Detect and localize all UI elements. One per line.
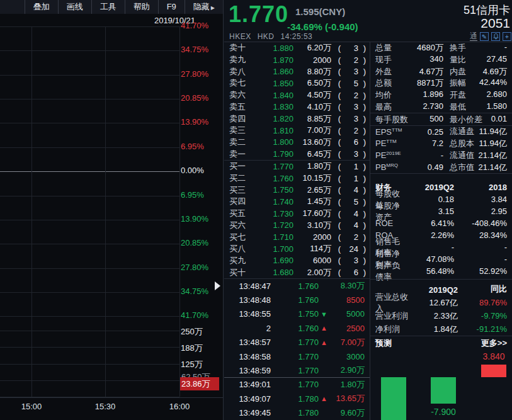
level-price[interactable]: 1.720 xyxy=(256,220,293,230)
percent-axis-label: 27.80% xyxy=(181,263,208,272)
paren-close: ) xyxy=(358,102,366,111)
finance-value-2018: -408.46% xyxy=(454,219,507,228)
toolbar-item-3[interactable]: 工具 xyxy=(91,0,125,14)
finance-col1: 2019Q2 xyxy=(407,183,454,192)
ask-row[interactable]: 卖十1.8806.20万(3) xyxy=(224,42,370,54)
stat-value: 42.44% xyxy=(466,77,507,89)
toolbar-item-2[interactable]: 画线 xyxy=(58,0,91,14)
intraday-chart-pane: 叠加画线工具帮助F9隐藏▶ 2019/10/21 41.70%34.75%27.… xyxy=(0,0,224,420)
stat-cell: 内盘4.69万 xyxy=(443,66,507,77)
level-price[interactable]: 1.860 xyxy=(256,67,293,76)
bid-row[interactable]: 买八1.700114万(24) xyxy=(224,243,370,255)
add-to-watchlist-icon[interactable]: + xyxy=(503,32,511,41)
level-price[interactable]: 1.820 xyxy=(256,114,293,123)
level-label: 买三 xyxy=(229,184,256,196)
quarter-value: 2.33亿 xyxy=(409,310,458,322)
paren-open: ( xyxy=(333,162,341,171)
level-order-count: 6 xyxy=(341,137,358,147)
level-price[interactable]: 1.730 xyxy=(256,209,293,219)
level-volume: 2000 xyxy=(293,55,331,65)
forecast-more-link[interactable]: 更多>> xyxy=(481,338,507,349)
level-price[interactable]: 1.810 xyxy=(256,126,293,135)
paren-open: ( xyxy=(333,209,341,219)
level-price[interactable]: 1.840 xyxy=(256,91,293,100)
percent-axis-label: 20.85% xyxy=(181,238,208,247)
bid-row[interactable]: 买五1.73017.60万(4) xyxy=(224,208,370,220)
paren-close: ) xyxy=(358,256,366,265)
toolbar-item-4[interactable]: 帮助 xyxy=(125,0,158,14)
level-volume: 7.00万 xyxy=(293,125,331,136)
ask-levels-list[interactable]: 卖十1.8806.20万(3)卖九1.8702000(2)卖八1.8608.80… xyxy=(224,42,370,160)
level-price[interactable]: 1.740 xyxy=(256,197,293,207)
bid-row[interactable]: 买二1.76010.15万(1) xyxy=(224,173,370,184)
level-price[interactable]: 1.800 xyxy=(256,137,293,147)
paren-open: ( xyxy=(333,126,341,135)
paren-open: ( xyxy=(333,102,341,111)
ask-row[interactable]: 卖五1.8304.10万(3) xyxy=(224,101,370,113)
ask-row[interactable]: 卖七1.8506.50万(5) xyxy=(224,77,370,89)
stat-label-base: PE xyxy=(375,151,386,161)
finance-value-q2: 6.41% xyxy=(407,219,454,228)
level-label: 卖三 xyxy=(229,125,256,136)
bid-row[interactable]: 买七1.7102000(2) xyxy=(224,231,370,243)
level-price[interactable]: 1.700 xyxy=(256,244,293,254)
bid-row[interactable]: 买四1.7401.45万(5) xyxy=(224,196,370,208)
paren-close: ) xyxy=(358,162,366,171)
percent-gridline xyxy=(0,26,179,27)
market-info-line: HKEXHKD14:25:53 xyxy=(229,32,319,41)
time-and-sales-list[interactable]: 13:48:471.7608.30万13:48:481.760850013:48… xyxy=(224,279,370,420)
bid-row[interactable]: 买九1.6906000(3) xyxy=(224,255,370,267)
bid-row[interactable]: 买一1.7701.80万(1) xyxy=(224,161,370,173)
tape-row: 21.760▲2500 xyxy=(224,321,370,335)
stat-label-sup: TTM xyxy=(386,139,396,144)
level-price[interactable]: 1.830 xyxy=(256,102,293,111)
alert-bell-icon[interactable] xyxy=(491,32,500,41)
tape-row: 13:48:591.7702.90万 xyxy=(224,363,370,377)
ask-row[interactable]: 卖四1.8208.85万(3) xyxy=(224,113,370,125)
level-label: 买五 xyxy=(229,208,256,219)
level-price[interactable]: 1.880 xyxy=(256,43,293,53)
level-price[interactable]: 1.870 xyxy=(256,55,293,65)
level-price[interactable]: 1.710 xyxy=(256,232,293,242)
level-volume: 2.00万 xyxy=(293,267,331,278)
paren-close: ) xyxy=(358,114,366,123)
paren-open: ( xyxy=(333,137,341,147)
toolbar-item-1[interactable]: 叠加 xyxy=(25,0,58,14)
level-price[interactable]: 1.760 xyxy=(256,174,293,183)
bid-row[interactable]: 买三1.7502.65万(4) xyxy=(224,184,370,196)
panel-expand-arrow-icon[interactable] xyxy=(215,281,220,290)
zero-gridline xyxy=(0,171,179,172)
ask-row[interactable]: 卖三1.8107.00万(2) xyxy=(224,125,370,137)
ask-row[interactable]: 卖六1.8404.50万(2) xyxy=(224,89,370,101)
bid-row[interactable]: 买十1.6802.00万(6) xyxy=(224,266,370,278)
bid-levels-list[interactable]: 买一1.7701.80万(1)买二1.76010.15万(1)买三1.7502.… xyxy=(224,161,370,278)
level-price[interactable]: 1.770 xyxy=(256,162,293,171)
stat-cell: 每手股数500 xyxy=(375,114,443,125)
level-price[interactable]: 1.690 xyxy=(256,256,293,265)
toolbar-item-5[interactable]: F9 xyxy=(158,0,185,14)
chart-toolbar: 叠加画线工具帮助F9隐藏▶ xyxy=(0,0,223,14)
level-price[interactable]: 1.850 xyxy=(256,79,293,88)
quote-stats-table: 总量4680万换手-现手340量比27.45外盘4.67万内盘4.69万总额88… xyxy=(370,42,512,113)
level-price[interactable]: 1.680 xyxy=(256,268,293,277)
edit-icon[interactable]: ✎ xyxy=(480,32,489,41)
volume-axis-label: 125万 xyxy=(181,359,203,370)
level-price[interactable]: 1.790 xyxy=(256,149,293,159)
tick-time: 13:48:48 xyxy=(229,295,271,305)
ask-row[interactable]: 卖九1.8702000(2) xyxy=(224,54,370,66)
bid-row[interactable]: 买六1.7203.10万(4) xyxy=(224,220,370,232)
ask-row[interactable]: 卖八1.8608.80万(3) xyxy=(224,65,370,77)
time-tick-label: 16:00 xyxy=(161,402,198,411)
toolbar-item-6[interactable]: 隐藏▶ xyxy=(185,0,223,14)
level-price[interactable]: 1.750 xyxy=(256,185,293,195)
finance-row: 每股净资产3.152.95 xyxy=(370,205,512,217)
level-label: 卖五 xyxy=(229,101,256,113)
ask-row[interactable]: 卖一1.7906.45万(3) xyxy=(224,148,370,160)
ask-row[interactable]: 卖二1.80013.60万(6) xyxy=(224,137,370,149)
level-label: 卖六 xyxy=(229,89,256,101)
stat-label: 总市值 xyxy=(450,162,474,173)
level-label: 买六 xyxy=(229,220,256,231)
bell-glyph xyxy=(493,33,499,40)
tick-time: 13:49:45 xyxy=(229,408,271,417)
paren-close: ) xyxy=(358,67,366,76)
